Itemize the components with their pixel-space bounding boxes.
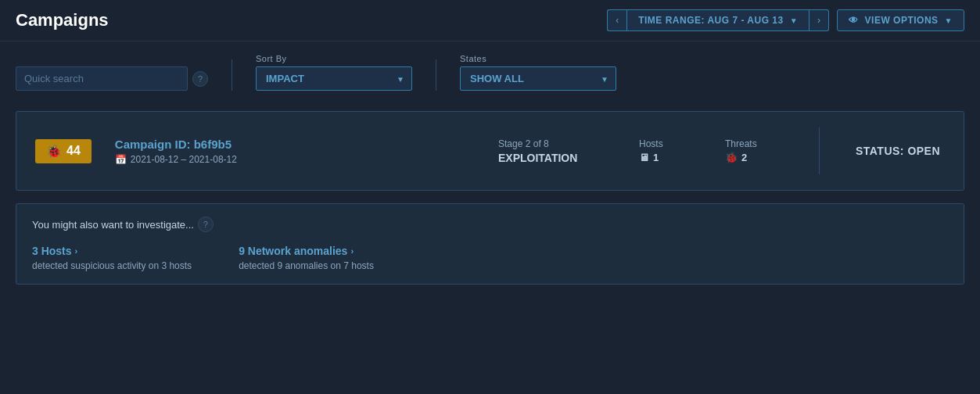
campaign-hosts: Hosts 🖥 1 — [639, 138, 702, 163]
view-options-label: VIEW OPTIONS — [865, 15, 939, 26]
campaign-status: STATUS: OPEN — [851, 145, 945, 157]
sort-select-wrapper: IMPACT DATE HOSTS THREATS — [256, 66, 412, 91]
investigate-help-icon[interactable]: ? — [198, 217, 214, 232]
campaign-score: 🐞 44 — [35, 139, 92, 163]
search-input[interactable] — [16, 66, 188, 91]
filter-divider-2 — [436, 59, 436, 91]
time-range-next-button[interactable]: › — [809, 9, 829, 31]
filters-bar: ? Sort By IMPACT DATE HOSTS THREATS Stat… — [0, 41, 980, 103]
investigate-item-network: 9 Network anomalies › detected 9 anomali… — [239, 245, 374, 271]
time-range-prev-button[interactable]: ‹ — [607, 9, 626, 31]
states-group: States SHOW ALL OPEN CLOSED — [460, 54, 616, 91]
filter-divider — [232, 59, 232, 91]
sort-by-label: Sort By — [256, 54, 412, 63]
search-wrapper: ? — [16, 66, 208, 91]
view-options-button[interactable]: 👁 VIEW OPTIONS ▼ — [837, 9, 964, 31]
campaign-card[interactable]: 🐞 44 Campaign ID: b6f9b5 📅 2021-08-12 – … — [16, 111, 964, 191]
states-select[interactable]: SHOW ALL OPEN CLOSED — [460, 66, 616, 91]
time-range-chevron-icon: ▼ — [790, 16, 798, 25]
score-value: 44 — [66, 144, 81, 158]
score-icon: 🐞 — [46, 144, 62, 159]
threats-label: Threats — [725, 138, 788, 149]
sort-by-select[interactable]: IMPACT DATE HOSTS THREATS — [256, 66, 412, 91]
search-help-icon[interactable]: ? — [192, 71, 208, 87]
card-divider — [819, 127, 820, 174]
sort-by-group: Sort By IMPACT DATE HOSTS THREATS — [256, 54, 412, 91]
network-link[interactable]: 9 Network anomalies › — [239, 245, 374, 257]
campaign-stage: Stage 2 of 8 EXPLOITATION — [498, 138, 616, 164]
bug-icon: 🐞 — [725, 152, 738, 163]
monitor-icon: 🖥 — [639, 152, 649, 163]
campaign-date: 📅 2021-08-12 – 2021-08-12 — [115, 154, 475, 165]
stage-label: Stage 2 of 8 — [498, 138, 616, 149]
stage-value: EXPLOITATION — [498, 152, 616, 164]
threats-value: 🐞 2 — [725, 152, 788, 163]
calendar-icon: 📅 — [115, 154, 127, 165]
hosts-chevron-icon: › — [75, 246, 78, 256]
score-badge: 🐞 44 — [35, 139, 92, 163]
header-controls: ‹ TIME RANGE: AUG 7 - AUG 13 ▼ › 👁 VIEW … — [607, 9, 964, 31]
search-filter-group: ? — [16, 66, 208, 91]
network-link-text: 9 Network anomalies — [239, 245, 347, 257]
view-options-chevron-icon: ▼ — [945, 16, 953, 25]
main-content: 🐞 44 Campaign ID: b6f9b5 📅 2021-08-12 – … — [0, 103, 980, 292]
campaign-id: Campaign ID: b6f9b5 — [115, 138, 475, 151]
investigate-header: You might also want to investigate... ? — [32, 217, 948, 232]
time-range-text: TIME RANGE: AUG 7 - AUG 13 — [638, 15, 783, 26]
network-desc: detected 9 anomalies on 7 hosts — [239, 260, 374, 271]
hosts-count: 1 — [653, 152, 659, 163]
eye-icon: 👁 — [849, 15, 859, 26]
investigate-item-hosts: 3 Hosts › detected suspicious activity o… — [32, 245, 192, 271]
hosts-link[interactable]: 3 Hosts › — [32, 245, 192, 257]
campaign-threats: Threats 🐞 2 — [725, 138, 788, 163]
investigate-section: You might also want to investigate... ? … — [16, 203, 964, 285]
investigate-items: 3 Hosts › detected suspicious activity o… — [32, 245, 948, 271]
hosts-desc: detected suspicious activity on 3 hosts — [32, 260, 192, 271]
hosts-value: 🖥 1 — [639, 152, 702, 163]
campaign-date-range: 2021-08-12 – 2021-08-12 — [131, 154, 237, 165]
states-select-wrapper: SHOW ALL OPEN CLOSED — [460, 66, 616, 91]
investigate-heading-text: You might also want to investigate... — [32, 219, 194, 231]
states-label: States — [460, 54, 616, 63]
hosts-link-text: 3 Hosts — [32, 245, 72, 257]
hosts-label: Hosts — [639, 138, 702, 149]
time-range-group: ‹ TIME RANGE: AUG 7 - AUG 13 ▼ › — [607, 9, 829, 31]
header: Campaigns ‹ TIME RANGE: AUG 7 - AUG 13 ▼… — [0, 0, 980, 41]
status-text: STATUS: OPEN — [856, 145, 940, 157]
page-title: Campaigns — [16, 10, 109, 30]
threats-count: 2 — [741, 152, 747, 163]
campaign-info: Campaign ID: b6f9b5 📅 2021-08-12 – 2021-… — [115, 138, 475, 165]
network-chevron-icon: › — [350, 246, 354, 256]
time-range-label[interactable]: TIME RANGE: AUG 7 - AUG 13 ▼ — [626, 9, 809, 31]
